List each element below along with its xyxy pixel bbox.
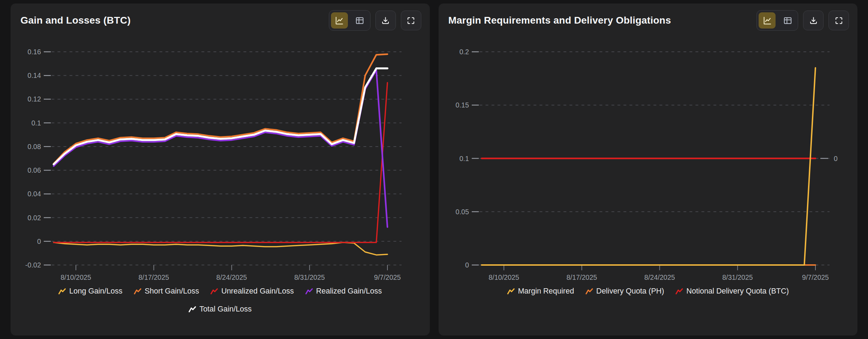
chart-legend: Long Gain/LossShort Gain/LossUnrealized …	[30, 287, 411, 314]
y-axis-label: 0.2	[459, 48, 469, 56]
trend-icon	[585, 288, 593, 295]
y-axis-label: 0.1	[459, 155, 469, 162]
series-line-long-gain-loss	[54, 242, 387, 255]
legend-label: Unrealized Gain/Loss	[221, 287, 294, 296]
y-axis-label: 0.02	[28, 214, 41, 222]
trend-icon	[507, 288, 515, 295]
series-line-margin-required	[482, 68, 815, 265]
legend-item-margin-required[interactable]: Margin Required	[507, 287, 574, 296]
table-icon	[355, 16, 364, 25]
legend-label: Notional Delivery Quota (BTC)	[686, 287, 789, 296]
legend-label: Delivery Quota (PH)	[596, 287, 664, 296]
x-axis-label: 8/24/2025	[644, 273, 675, 281]
legend-item-total-gain-loss[interactable]: Total Gain/Loss	[188, 305, 252, 314]
y-axis-label: 0.14	[28, 72, 41, 79]
y-axis-label: 0.05	[456, 208, 469, 216]
table-icon	[783, 16, 792, 25]
legend-label: Short Gain/Loss	[145, 287, 199, 296]
table-view-button[interactable]	[351, 12, 368, 29]
chart-legend: Margin RequiredDelivery Quota (PH)Notion…	[457, 287, 838, 296]
x-axis-label: 8/17/2025	[138, 273, 169, 281]
y-axis-label: 0.08	[28, 143, 41, 150]
panel-margin-requirements: Margin Requirements and Delivery Obligat…	[439, 4, 858, 335]
download-icon	[381, 16, 390, 25]
line-chart-icon	[762, 16, 772, 25]
legend-item-delivery-quota-ph[interactable]: Delivery Quota (PH)	[585, 287, 664, 296]
legend-label: Realized Gain/Loss	[316, 287, 382, 296]
y-axis-label: 0.06	[28, 166, 41, 174]
page-title: Margin Requirements and Delivery Obligat…	[448, 15, 671, 26]
y-axis-label: -0.02	[25, 261, 41, 269]
margin-requirements-chart[interactable]: 0.20.150.10.0508/10/20258/17/20258/24/20…	[442, 32, 852, 283]
line-chart-view-button[interactable]	[759, 12, 776, 29]
legend-item-notional-delivery-quota-btc[interactable]: Notional Delivery Quota (BTC)	[675, 287, 789, 296]
x-axis-label: 9/7/2025	[802, 273, 829, 281]
view-switcher	[329, 10, 370, 31]
y-axis-label: 0.04	[28, 190, 41, 198]
legend-item-realized-gain-loss[interactable]: Realized Gain/Loss	[305, 287, 382, 296]
y-axis-label: 0	[37, 238, 41, 245]
series-line-short-gain-loss	[54, 54, 387, 164]
page-title: Gain and Losses (BTC)	[20, 15, 131, 26]
panel-header: Gain and Losses (BTC)	[11, 4, 430, 31]
series-line-realized-gain-loss	[54, 70, 387, 227]
trend-icon	[675, 288, 683, 295]
trend-icon	[134, 288, 141, 295]
series-line-unrealized-gain-loss	[54, 82, 387, 242]
y-axis-label: 0.12	[28, 95, 41, 103]
x-axis-label: 8/17/2025	[566, 273, 597, 281]
fullscreen-button[interactable]	[401, 11, 421, 30]
chart-toolbar	[757, 10, 849, 31]
line-chart-icon	[334, 16, 344, 25]
fullscreen-icon	[406, 16, 416, 25]
x-axis-label: 8/10/2025	[488, 273, 519, 281]
download-button[interactable]	[375, 11, 396, 30]
trend-icon	[305, 288, 313, 295]
view-switcher	[757, 10, 798, 31]
gain-and-losses-chart[interactable]: 0.160.140.120.10.080.060.040.020-0.028/1…	[14, 32, 424, 283]
line-chart-view-button[interactable]	[331, 12, 348, 29]
panel-header: Margin Requirements and Delivery Obligat…	[439, 4, 858, 31]
download-icon	[809, 16, 818, 25]
y-axis-label: 0.15	[456, 101, 469, 109]
chart-toolbar	[329, 10, 421, 31]
x-axis-label: 8/31/2025	[294, 273, 325, 281]
series-line-total-gain-loss	[54, 68, 387, 164]
download-button[interactable]	[803, 11, 824, 30]
trend-icon	[210, 288, 218, 295]
y-axis-label: 0.1	[31, 119, 41, 127]
legend-item-short-gain-loss[interactable]: Short Gain/Loss	[134, 287, 199, 296]
fullscreen-icon	[834, 16, 844, 25]
x-axis-label: 8/24/2025	[216, 273, 247, 281]
y-axis-label: 0	[465, 261, 469, 269]
y-axis-label: 0.16	[28, 48, 41, 56]
fullscreen-button[interactable]	[828, 11, 849, 30]
legend-item-long-gain-loss[interactable]: Long Gain/Loss	[58, 287, 122, 296]
x-axis-label: 9/7/2025	[374, 273, 401, 281]
trend-icon	[58, 288, 66, 295]
panel-gain-and-losses: Gain and Losses (BTC) 0.160.140.120.10.0…	[11, 4, 430, 335]
x-axis-label: 8/10/2025	[61, 273, 91, 281]
x-axis-label: 8/31/2025	[722, 273, 753, 281]
table-view-button[interactable]	[779, 12, 796, 29]
legend-label: Total Gain/Loss	[199, 305, 252, 314]
trend-icon	[188, 306, 196, 313]
legend-label: Margin Required	[518, 287, 574, 296]
legend-label: Long Gain/Loss	[69, 287, 122, 296]
legend-item-unrealized-gain-loss[interactable]: Unrealized Gain/Loss	[210, 287, 294, 296]
right-axis-label: 0	[834, 155, 838, 162]
